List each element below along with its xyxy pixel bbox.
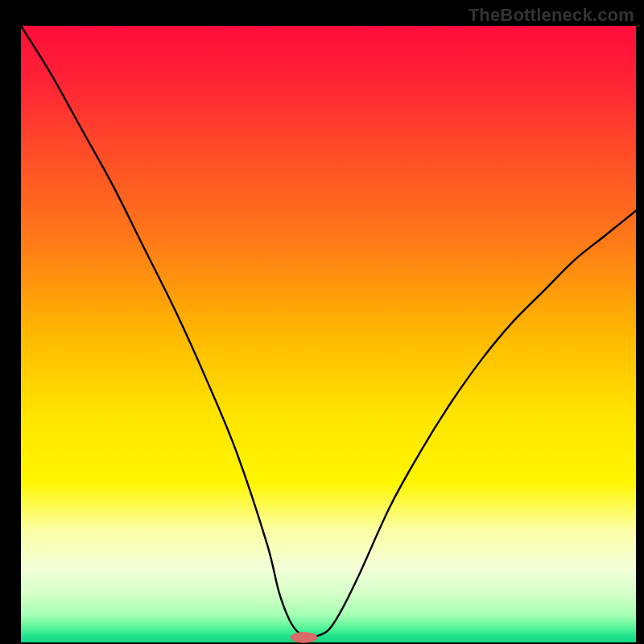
watermark-text: TheBottleneck.com: [469, 5, 634, 26]
optimal-point-marker: [291, 632, 318, 643]
chart-background: [21, 26, 636, 642]
chart-plot-area: [6, 6, 644, 644]
chart-frame: TheBottleneck.com: [3, 3, 641, 641]
chart-svg: [6, 6, 644, 644]
